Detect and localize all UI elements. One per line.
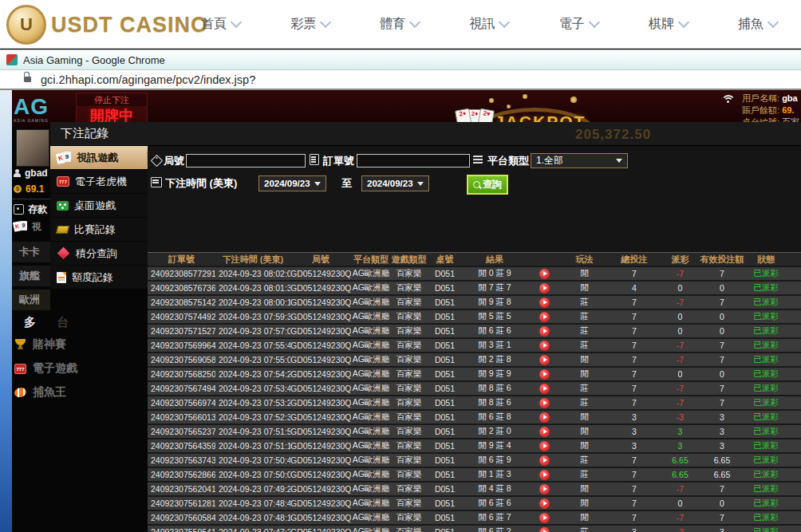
- cell-replay: [527, 326, 562, 337]
- platform-select[interactable]: 1.全部: [531, 153, 628, 168]
- sidebar-item-1[interactable]: 視訊遊戲: [50, 146, 148, 169]
- cell-game-type: 百家樂: [391, 483, 427, 495]
- replay-button[interactable]: [539, 369, 550, 380]
- replay-button[interactable]: [539, 412, 550, 423]
- cell-bet-time: 2024-09-23 07:55:03: [215, 355, 290, 365]
- cell-result: 閒 6 莊 2: [463, 526, 527, 532]
- replay-button[interactable]: [539, 326, 550, 337]
- window-title: Asia Gaming - Google Chrome: [23, 54, 165, 66]
- cell-platform-type: AG歐洲廳: [351, 268, 391, 279]
- cell-replay: [527, 427, 562, 437]
- nav-item-2[interactable]: 彩票: [290, 16, 329, 33]
- date-to-select[interactable]: 2024/09/23: [361, 175, 429, 191]
- cell-platform-type: AG歐洲廳: [351, 282, 391, 294]
- cell-play-method: 閒: [562, 268, 606, 279]
- cell-round-id: GD051249230QC: [290, 412, 351, 422]
- lobby-tab-flagship: 旗艦: [12, 266, 50, 286]
- replay-button[interactable]: [539, 527, 550, 532]
- chrome-urlbar[interactable]: gci.2hhapi.com/agingame/pcv2/index.jsp?: [0, 70, 801, 90]
- coin-icon: [523, 94, 527, 99]
- balance-row: 69.1: [14, 183, 44, 195]
- replay-button[interactable]: [539, 398, 550, 408]
- replay-button[interactable]: [539, 355, 550, 365]
- cell-round-id: GD051249230Q8: [290, 470, 351, 479]
- replay-button[interactable]: [539, 269, 550, 279]
- sidebar-item-5[interactable]: 積分查詢: [50, 242, 148, 265]
- cell-order-id: 240923085772910: [148, 269, 215, 278]
- nav-item-label: 彩票: [290, 16, 316, 33]
- nav-item-7[interactable]: 捕魚: [738, 16, 777, 33]
- cell-game-type: 百家樂: [391, 368, 427, 380]
- replay-button[interactable]: [539, 470, 550, 480]
- ag-favicon-icon: [6, 54, 18, 65]
- table-row: 2409230755954142024-09-23 07:47:24GD0512…: [148, 526, 801, 532]
- slot-machine-icon: [57, 176, 69, 187]
- cell-platform-type: AG歐洲廳: [351, 368, 391, 380]
- nav-item-1[interactable]: 首頁: [201, 16, 240, 33]
- search-button-label: 查詢: [483, 178, 502, 191]
- cell-game-type: 百家樂: [391, 340, 427, 351]
- nav-item-6[interactable]: 棋牌: [649, 16, 688, 33]
- replay-button[interactable]: [539, 341, 550, 351]
- replay-button[interactable]: [539, 513, 550, 523]
- replay-button[interactable]: [539, 384, 550, 394]
- replay-button[interactable]: [539, 455, 550, 466]
- cell-status: 已派彩: [746, 455, 786, 466]
- cell-payout: -7: [662, 398, 698, 408]
- cell-bet-time: 2024-09-23 07:53:48: [215, 384, 290, 393]
- site-logo[interactable]: U USDT CASINO: [6, 6, 208, 44]
- cell-status: 已派彩: [746, 368, 786, 380]
- table-games-icon: [57, 201, 69, 211]
- cell-game-type: 百家樂: [391, 440, 427, 451]
- nav-item-4[interactable]: 視訊: [469, 16, 508, 33]
- cell-round-id: GD051249230Q7: [290, 484, 351, 494]
- cell-valid-bet: 0: [698, 369, 746, 379]
- search-button[interactable]: 查詢: [467, 175, 508, 195]
- cell-valid-bet: 7: [698, 341, 746, 350]
- date-from-value: 2024/09/23: [264, 179, 310, 188]
- match-record-icon: [56, 226, 69, 234]
- table-row: 2409230756286662024-09-23 07:50:03GD0512…: [148, 468, 801, 483]
- cell-total-bet: 3: [606, 527, 662, 532]
- cell-bet-time: 2024-09-23 07:57:07: [215, 326, 290, 336]
- cell-valid-bet: 7: [698, 398, 746, 408]
- cards-icon: [14, 221, 28, 233]
- replay-button[interactable]: [539, 298, 550, 308]
- cell-round-id: GD051249230QQ: [290, 283, 351, 293]
- cell-result: 閒 7 莊 7: [463, 282, 527, 294]
- replay-button[interactable]: [539, 484, 550, 495]
- sidebar-item-label: 比賽記錄: [74, 223, 116, 237]
- nav-item-label: 棋牌: [649, 16, 674, 33]
- lobby-item-slots: 電子遊戲: [14, 361, 77, 376]
- order-icon: [310, 154, 319, 165]
- cell-total-bet: 7: [606, 355, 662, 365]
- sidebar-item-2[interactable]: 電子老虎機: [50, 170, 148, 193]
- date-from-select[interactable]: 2024/09/23: [258, 175, 326, 191]
- order-input[interactable]: [357, 154, 470, 167]
- table-row: 2409230857673602024-09-23 08:01:37GD0512…: [148, 282, 801, 296]
- cell-round-id: GD051249230QR: [290, 269, 351, 278]
- url-text: gci.2hhapi.com/agingame/pcv2/index.jsp?: [41, 73, 255, 86]
- cell-order-id: 240923075605843: [148, 513, 215, 522]
- cell-platform-type: AG歐洲廳: [351, 297, 391, 308]
- cell-total-bet: 7: [606, 269, 662, 278]
- sidebar-item-4[interactable]: 比賽記錄: [50, 218, 148, 241]
- round-input[interactable]: [186, 154, 306, 167]
- nav-item-5[interactable]: 電子: [559, 16, 598, 33]
- chevron-down-icon: [231, 16, 242, 27]
- sidebar-item-3[interactable]: 桌面遊戲: [50, 194, 148, 217]
- cell-bet-time: 2024-09-23 07:51:17: [215, 441, 290, 451]
- cell-replay: [527, 269, 562, 279]
- replay-button[interactable]: [539, 312, 550, 322]
- sidebar-item-6[interactable]: 額度記錄: [50, 266, 148, 289]
- replay-button[interactable]: [539, 441, 550, 451]
- replay-button[interactable]: [539, 427, 550, 437]
- replay-button[interactable]: [539, 499, 550, 509]
- cell-valid-bet: 7: [698, 384, 746, 393]
- nav-item-3[interactable]: 體育: [380, 16, 419, 33]
- cell-total-bet: 7: [606, 470, 662, 479]
- lobby-item-tournament: 賭神賽: [14, 337, 66, 352]
- chrome-titlebar[interactable]: Asia Gaming - Google Chrome: [0, 49, 801, 70]
- replay-button[interactable]: [539, 283, 550, 294]
- cell-valid-bet: 3: [698, 441, 746, 451]
